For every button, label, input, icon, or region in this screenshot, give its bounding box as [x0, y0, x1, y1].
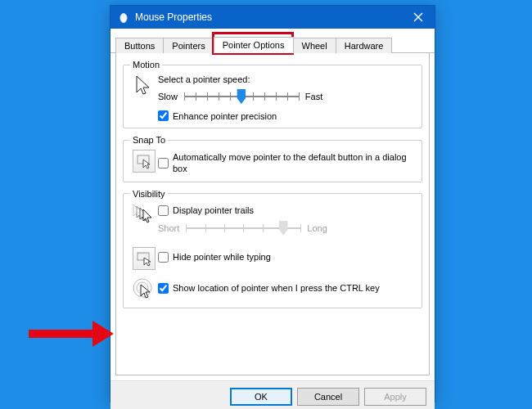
motion-speed-label: Select a pointer speed: — [158, 74, 415, 84]
pointer-speed-slider[interactable] — [184, 88, 299, 106]
show-location-ctrl-checkbox[interactable] — [158, 283, 169, 294]
close-icon — [413, 12, 423, 22]
cancel-button[interactable]: Cancel — [297, 388, 359, 406]
motion-cursor-icon — [130, 74, 158, 99]
trails-icon — [130, 204, 158, 225]
show-location-icon — [130, 278, 158, 301]
window-title: Mouse Properties — [135, 11, 212, 23]
desktop: Mouse Properties Buttons Pointers Pointe… — [0, 0, 532, 409]
hide-typing-icon — [130, 247, 158, 270]
trail-length-slider — [186, 219, 300, 237]
titlebar[interactable]: Mouse Properties — [110, 6, 435, 29]
hide-while-typing-checkbox[interactable] — [158, 252, 169, 263]
tab-bar: Buttons Pointers Pointer Options Wheel H… — [110, 34, 435, 53]
tab-pointer-options[interactable]: Pointer Options — [214, 37, 294, 53]
motion-fast-label: Fast — [305, 92, 322, 101]
legend-snap-to: Snap To — [130, 135, 168, 145]
snap-to-label[interactable]: Automatically move pointer to the defaul… — [173, 151, 415, 175]
snap-to-icon — [130, 150, 158, 173]
tab-hardware[interactable]: Hardware — [336, 38, 393, 53]
mouse-icon — [117, 11, 130, 24]
snap-to-checkbox[interactable] — [158, 158, 169, 169]
tab-pane: Motion Select a pointer speed: Slow Fast — [115, 53, 430, 375]
legend-motion: Motion — [130, 60, 162, 70]
dialog-button-bar: OK Cancel Apply — [110, 380, 435, 409]
mouse-properties-window: Mouse Properties Buttons Pointers Pointe… — [110, 5, 435, 402]
trails-long-label: Long — [307, 223, 327, 233]
group-visibility: Visibility Display pointer tr — [123, 189, 422, 308]
tab-pointers[interactable]: Pointers — [163, 38, 214, 53]
display-trails-checkbox[interactable] — [158, 205, 169, 216]
tab-wheel[interactable]: Wheel — [293, 38, 336, 53]
apply-button: Apply — [364, 388, 426, 406]
group-motion: Motion Select a pointer speed: Slow Fast — [123, 60, 422, 128]
trails-short-label: Short — [158, 223, 179, 233]
enhance-precision-label[interactable]: Enhance pointer precision — [173, 111, 277, 121]
legend-visibility: Visibility — [130, 189, 168, 199]
tab-buttons[interactable]: Buttons — [115, 38, 164, 53]
annotation-arrow — [29, 321, 119, 345]
enhance-precision-checkbox[interactable] — [158, 110, 169, 121]
close-button[interactable] — [402, 6, 435, 29]
show-location-ctrl-label[interactable]: Show location of pointer when I press th… — [173, 283, 380, 293]
group-snap-to: Snap To Automatically move pointer to th… — [123, 135, 422, 182]
display-trails-label[interactable]: Display pointer trails — [173, 205, 254, 215]
motion-slow-label: Slow — [158, 92, 178, 101]
ok-button[interactable]: OK — [230, 388, 292, 406]
hide-while-typing-label[interactable]: Hide pointer while typing — [173, 252, 271, 262]
